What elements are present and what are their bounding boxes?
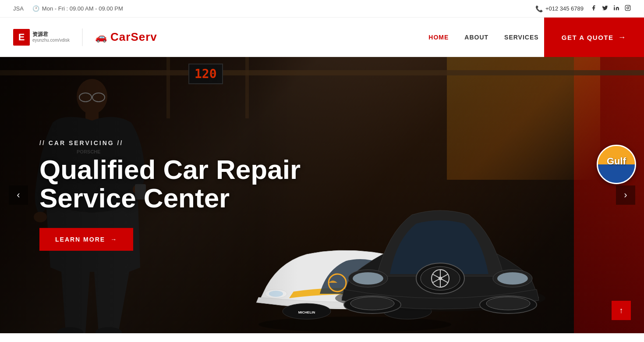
svg-point-17 (350, 297, 394, 310)
navbar-brand: E 资源君 eyunzhu.com/vdisk 🚗 CarServ (13, 28, 157, 46)
brand-abbreviation: JSA (13, 5, 24, 12)
svg-point-6 (353, 272, 383, 285)
get-quote-button[interactable]: GET A QUOTE → (544, 18, 644, 57)
logo-box: E (13, 29, 30, 46)
topbar-left: JSA 🕐 Mon - Fri : 09.00 AM - 09.00 PM (13, 5, 123, 12)
logo-url: eyunzhu.com/vdisk (32, 38, 70, 43)
scroll-top-button[interactable]: ↑ (612, 301, 631, 320)
facebook-icon[interactable] (591, 5, 597, 12)
hero-title: Qualified Car Repair Service Center (39, 155, 301, 212)
hero-title-line2: Service Center (39, 183, 230, 213)
hours-text: Mon - Fri : 09.00 AM - 09.00 PM (42, 5, 123, 12)
slider-next-button[interactable]: › (616, 185, 635, 205)
gulf-label: Gulf (607, 156, 626, 167)
prev-arrow-icon: ‹ (17, 189, 20, 201)
mercedes-car (324, 123, 556, 333)
clock-icon: 🕐 (32, 5, 39, 12)
hero-title-line1: Qualified Car Repair (39, 154, 301, 185)
phone-info: 📞 +012 345 6789 (535, 5, 584, 12)
hours-info: 🕐 Mon - Fri : 09.00 AM - 09.00 PM (32, 5, 123, 12)
gulf-circle: Gulf (597, 145, 636, 184)
linkedin-icon[interactable] (613, 5, 619, 12)
svg-point-19 (486, 297, 530, 310)
instagram-icon[interactable] (625, 5, 631, 12)
logo-text-block: 资源君 eyunzhu.com/vdisk (32, 32, 70, 42)
svg-point-8 (497, 272, 528, 285)
svg-rect-1 (625, 5, 630, 11)
topbar: JSA 🕐 Mon - Fri : 09.00 AM - 09.00 PM 📞 … (0, 0, 644, 18)
phone-icon: 📞 (535, 5, 543, 12)
learn-more-arrow-icon: → (110, 236, 117, 243)
nav-services[interactable]: SERVICES (504, 34, 539, 41)
brand-name: CarServ (110, 30, 157, 44)
learn-more-label: LEARN MORE (55, 236, 105, 243)
social-icons (591, 5, 631, 12)
hero-subtitle: // CAR SERVICING // (39, 139, 301, 146)
svg-point-3 (629, 7, 630, 7)
twitter-icon[interactable] (602, 5, 608, 12)
next-arrow-icon: › (624, 189, 627, 201)
nav-home[interactable]: HOME (428, 34, 449, 41)
slider-prev-button[interactable]: ‹ (9, 185, 28, 205)
svg-point-2 (627, 7, 629, 9)
logo-area: E 资源君 eyunzhu.com/vdisk (13, 29, 70, 46)
svg-point-0 (614, 5, 615, 6)
navbar: E 资源君 eyunzhu.com/vdisk 🚗 CarServ HOME A… (0, 18, 644, 57)
logo-chinese: 资源君 (32, 32, 70, 37)
nav-about[interactable]: ABOUT (464, 34, 488, 41)
hero-content: // CAR SERVICING // Qualified Car Repair… (39, 139, 301, 251)
phone-number: +012 345 6789 (545, 5, 584, 12)
get-quote-arrow-icon: → (618, 33, 627, 42)
learn-more-button[interactable]: LEARN MORE → (39, 228, 133, 251)
car-brand-icon: 🚗 (95, 32, 107, 43)
get-quote-label: GET A QUOTE (562, 34, 614, 41)
scroll-top-icon: ↑ (619, 306, 623, 315)
hero-section: Gulf (0, 57, 644, 333)
svg-text:MICHELIN: MICHELIN (298, 310, 315, 314)
topbar-right: 📞 +012 345 6789 (535, 5, 631, 12)
